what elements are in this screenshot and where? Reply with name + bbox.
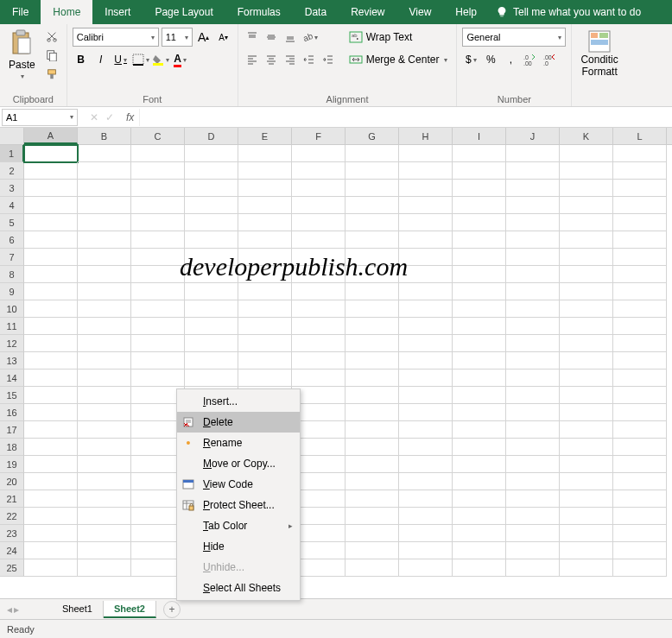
percent-button[interactable]: %	[482, 50, 499, 69]
row-header[interactable]: 17	[0, 421, 24, 439]
ribbon-tab-data[interactable]: Data	[293, 0, 339, 24]
cell[interactable]	[346, 508, 399, 525]
cell[interactable]	[131, 352, 185, 370]
cell[interactable]	[24, 145, 78, 162]
cell[interactable]	[238, 352, 292, 370]
cell[interactable]	[506, 318, 560, 335]
cell[interactable]	[399, 490, 453, 508]
cell[interactable]	[24, 404, 78, 421]
cell[interactable]	[292, 283, 346, 300]
cell[interactable]	[131, 162, 185, 180]
cell[interactable]	[506, 490, 560, 508]
cell[interactable]	[78, 508, 131, 525]
sheet-tab-sheet1[interactable]: Sheet1	[52, 601, 104, 618]
cell[interactable]	[560, 456, 613, 473]
cell[interactable]	[399, 180, 453, 197]
cell[interactable]	[399, 335, 453, 352]
cell[interactable]	[613, 352, 667, 370]
ribbon-tab-file[interactable]: File	[0, 0, 41, 24]
cell[interactable]	[131, 249, 185, 266]
cell[interactable]	[78, 214, 131, 231]
decrease-indent-button[interactable]	[301, 50, 318, 69]
cell[interactable]	[24, 421, 78, 439]
cell[interactable]	[560, 180, 613, 197]
sheet-tab-sheet2[interactable]: Sheet2	[104, 601, 156, 618]
row-header[interactable]: 13	[0, 352, 24, 370]
column-header[interactable]: K	[560, 128, 613, 144]
cell[interactable]	[78, 404, 131, 421]
cell[interactable]	[613, 421, 667, 439]
column-header[interactable]: E	[238, 128, 292, 144]
cell[interactable]	[78, 490, 131, 508]
cell[interactable]	[560, 473, 613, 490]
fill-color-button[interactable]: ▾	[152, 50, 169, 69]
cell[interactable]	[131, 231, 185, 249]
cell[interactable]	[346, 145, 399, 162]
row-header[interactable]: 7	[0, 249, 24, 266]
cell[interactable]	[613, 456, 667, 473]
italic-button[interactable]: I	[92, 50, 110, 69]
copy-button[interactable]	[42, 47, 61, 64]
align-center-button[interactable]	[263, 50, 280, 69]
cell[interactable]	[399, 439, 453, 456]
cell[interactable]	[453, 473, 506, 490]
select-all-cell[interactable]	[0, 128, 24, 144]
cell[interactable]	[78, 370, 131, 387]
ribbon-tab-view[interactable]: View	[397, 0, 444, 24]
cell[interactable]	[185, 283, 238, 300]
column-header[interactable]: A	[24, 128, 78, 144]
cell[interactable]	[346, 300, 399, 318]
cell[interactable]	[292, 370, 346, 387]
context-menu-item-move-or-copy[interactable]: Move or Copy...	[177, 453, 300, 474]
cell[interactable]	[453, 266, 506, 283]
cell[interactable]	[24, 542, 78, 559]
context-menu-item-delete[interactable]: Delete	[177, 412, 300, 433]
cell[interactable]	[131, 283, 185, 300]
row-header[interactable]: 5	[0, 214, 24, 231]
increase-decimal-button[interactable]: .0.00	[522, 50, 539, 69]
fx-label[interactable]: fx	[126, 111, 134, 123]
cell[interactable]	[506, 370, 560, 387]
row-header[interactable]: 24	[0, 542, 24, 559]
cell[interactable]	[346, 370, 399, 387]
cell[interactable]	[506, 473, 560, 490]
cell[interactable]	[453, 404, 506, 421]
cell[interactable]	[560, 162, 613, 180]
orientation-button[interactable]: ab▾	[301, 28, 318, 47]
wrap-text-button[interactable]: ab Wrap Text	[346, 28, 452, 47]
row-header[interactable]: 18	[0, 439, 24, 456]
cell[interactable]	[238, 214, 292, 231]
cell[interactable]	[24, 197, 78, 214]
cell[interactable]	[78, 335, 131, 352]
cell[interactable]	[506, 300, 560, 318]
cell[interactable]	[613, 387, 667, 404]
font-size-select[interactable]: 11▾	[162, 28, 193, 47]
cell[interactable]	[346, 214, 399, 231]
cell[interactable]	[560, 214, 613, 231]
cell[interactable]	[506, 439, 560, 456]
row-header[interactable]: 1	[0, 145, 24, 162]
cell[interactable]	[185, 370, 238, 387]
row-header[interactable]: 11	[0, 318, 24, 335]
row-header[interactable]: 6	[0, 231, 24, 249]
ribbon-tab-help[interactable]: Help	[443, 0, 489, 24]
cell[interactable]	[506, 559, 560, 577]
cell[interactable]	[131, 300, 185, 318]
cell[interactable]	[131, 370, 185, 387]
cell[interactable]	[346, 249, 399, 266]
cell[interactable]	[453, 162, 506, 180]
cell[interactable]	[78, 180, 131, 197]
cell[interactable]	[399, 162, 453, 180]
cell[interactable]	[292, 231, 346, 249]
column-header[interactable]: H	[399, 128, 453, 144]
cell[interactable]	[238, 249, 292, 266]
cell[interactable]	[506, 231, 560, 249]
row-header[interactable]: 16	[0, 404, 24, 421]
cell[interactable]	[453, 300, 506, 318]
cell[interactable]	[24, 559, 78, 577]
cell[interactable]	[24, 352, 78, 370]
cell[interactable]	[24, 231, 78, 249]
context-menu-item-tab-color[interactable]: Tab Color▸	[177, 515, 300, 536]
cell[interactable]	[346, 180, 399, 197]
cell[interactable]	[453, 370, 506, 387]
